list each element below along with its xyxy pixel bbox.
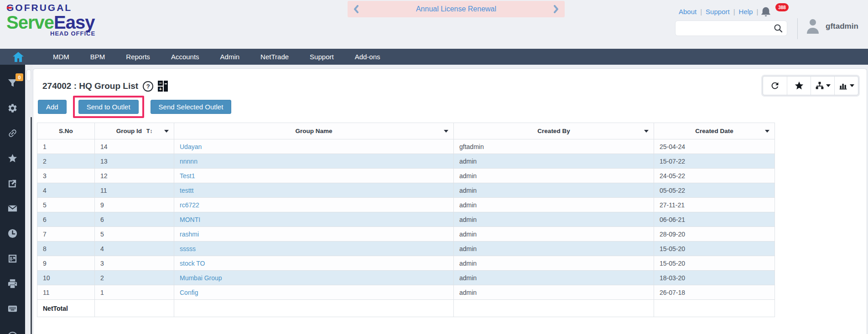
sidebar-print-button[interactable] [0,271,25,296]
sno-cell: 4 [37,183,95,198]
table-row[interactable]: 111Configadmin26-07-18 [37,285,775,300]
created-by-cell: admin [454,271,654,285]
sidebar-more-button[interactable] [0,321,25,334]
chart-view-button[interactable] [834,77,858,95]
search-input[interactable] [676,25,774,32]
filter-caret-icon[interactable] [164,130,169,133]
serveeasy-wordmark: ServeEasy [6,13,95,31]
sidebar-link-button[interactable] [0,121,25,146]
column-header-group-id[interactable]: Group IdT↕ [95,123,174,139]
table-row[interactable]: 66MONTIadmin06-06-21 [37,212,775,227]
about-link[interactable]: About [679,8,696,15]
printer-icon [7,278,18,289]
nav-item-accounts[interactable]: Accounts [161,50,210,64]
sno-cell: 11 [37,285,95,300]
sno-cell: 7 [37,227,95,242]
page-title: 274002 : HQ Group List [42,81,138,91]
global-search [675,21,787,36]
sidebar-history-button[interactable] [0,221,25,246]
nav-item-nettrade[interactable]: NetTrade [250,50,299,64]
sort-icon[interactable]: T↕ [146,128,152,134]
created-date-cell: 28-09-20 [654,227,775,242]
table-header-row: S.No Group IdT↕ Group Name Created By Cr… [37,123,775,139]
nav-item-addons[interactable]: Add-ons [344,50,391,64]
nav-item-bpm[interactable]: BPM [80,50,116,64]
nav-item-admin[interactable]: Admin [210,50,250,64]
license-renewal-banner: Annual License Renewal [348,1,565,17]
sidebar-mail-button[interactable] [0,196,25,221]
table-row[interactable]: 411testttadmin05-05-22 [37,183,775,198]
user-menu[interactable]: gftadmin [806,18,858,35]
filter-caret-icon[interactable] [644,130,649,133]
sidebar-filter-button[interactable]: 0 [0,71,25,96]
sno-cell: 10 [37,271,95,285]
group-name-link[interactable]: sssss [180,245,196,252]
send-selected-outlet-button[interactable]: Send Selected Outlet [151,100,232,114]
sno-cell: 5 [37,198,95,212]
notification-count-badge[interactable]: 388 [775,3,789,11]
table-row[interactable]: 84sssssadmin15-05-20 [37,242,775,256]
group-name-link[interactable]: rc6722 [180,201,199,209]
created-date-cell: 27-11-21 [654,198,775,212]
nav-item-support[interactable]: Support [299,50,344,64]
support-link[interactable]: Support [706,8,730,15]
created-date-cell: 26-07-18 [654,285,775,300]
column-header-created-by[interactable]: Created By [454,123,654,139]
group-name-link[interactable]: testtt [180,187,193,194]
sidebar-shortcut-keys-button[interactable] [0,296,25,321]
group-name-link[interactable]: stock TO [180,260,205,267]
add-button[interactable]: Add [38,100,67,114]
banner-next-icon[interactable] [553,5,559,13]
table-row[interactable]: 102Mumbai Groupadmin18-03-20 [37,271,775,285]
link-separator: | [756,8,758,15]
created-by-cell: admin [454,169,654,183]
group-name-link[interactable]: Udayan [180,143,202,150]
filter-caret-icon[interactable] [765,130,769,133]
home-icon[interactable] [12,51,24,62]
banner-prev-icon[interactable] [353,5,359,13]
sidebar-favorites-button[interactable] [0,146,25,171]
table-row[interactable]: 213nnnnnadmin15-07-22 [37,154,775,169]
group-name-link[interactable]: nnnnn [180,158,198,165]
sidebar-popup-window-button[interactable] [0,246,25,271]
net-total-empty-cell [95,300,174,317]
table-row[interactable]: 312Test1admin24-05-22 [37,169,775,183]
group-name-link[interactable]: rashmi [180,231,199,238]
send-to-outlet-button[interactable]: Send to Outlet [78,100,139,114]
help-icon[interactable]: ? [143,81,153,92]
sidebar-settings-button[interactable] [0,96,25,121]
sidebar-share-button[interactable] [0,171,25,196]
group-name-link[interactable]: MONTI [180,216,200,223]
group-id-cell: 13 [95,154,174,169]
column-chooser-icon[interactable]: − + [158,81,169,92]
favorite-button[interactable] [787,77,811,95]
top-header: GOFRUGAL ServeEasy HEAD OFFICE Annual Li… [0,0,868,49]
globe-icon [7,331,18,334]
hq-group-table: S.No Group IdT↕ Group Name Created By Cr… [37,123,775,317]
search-icon[interactable] [774,24,783,33]
group-id-cell: 1 [95,285,174,300]
table-row[interactable]: 114Udayangftadmin25-04-24 [37,139,775,154]
table-row[interactable]: 93stock TOadmin15-05-20 [37,256,775,271]
column-header-created-date[interactable]: Created Date [654,123,775,139]
group-name-link[interactable]: Config [180,289,198,296]
nav-item-reports[interactable]: Reports [115,50,161,64]
clock-icon [7,228,18,239]
app-window: GOFRUGAL ServeEasy HEAD OFFICE Annual Li… [0,0,868,334]
filter-caret-icon[interactable] [444,130,448,133]
notification-bell-icon[interactable] [761,6,771,17]
scrollbar-thumb[interactable] [26,69,31,81]
group-name-cell: rc6722 [174,198,454,212]
table-row[interactable]: 59rc6722admin27-11-21 [37,198,775,212]
column-header-group-name[interactable]: Group Name [174,123,454,139]
window-export-icon [7,253,18,264]
hierarchy-view-button[interactable] [811,77,834,95]
table-row[interactable]: 75rashmiadmin28-09-20 [37,227,775,242]
refresh-button[interactable] [763,77,787,95]
nav-item-mdm[interactable]: MDM [42,50,80,64]
help-link[interactable]: Help [739,8,753,15]
group-name-link[interactable]: Mumbai Group [180,274,222,282]
username-label: gftadmin [826,22,858,31]
group-name-link[interactable]: Test1 [180,172,195,180]
group-name-cell: stock TO [174,256,454,271]
